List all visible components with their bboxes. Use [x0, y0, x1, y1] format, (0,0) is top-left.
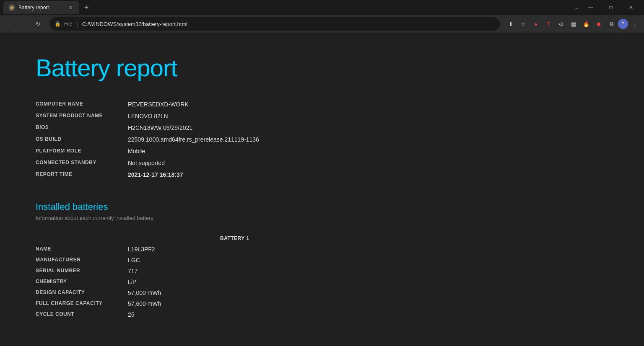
- battery-table-empty-header: [36, 233, 128, 244]
- address-text: C:/WINDOWS/system32/battery-report.html: [82, 21, 495, 27]
- extension-icon-3[interactable]: ⊙: [555, 18, 567, 30]
- battery-info-row: CYCLE COUNT 25: [36, 309, 608, 320]
- battery-table: BATTERY 1 NAME L19L3PF2 MANUFACTURER LGC…: [36, 233, 608, 320]
- tab-title: Battery report: [18, 5, 64, 10]
- system-info-label: REPORT TIME: [36, 169, 128, 181]
- tab-favicon: ⚡: [8, 4, 15, 11]
- page-content: Battery report COMPUTER NAME REVERSEDXD-…: [0, 33, 644, 346]
- address-security-icon: 🔒: [55, 21, 61, 27]
- battery-row-label: NAME: [36, 244, 128, 255]
- installed-batteries-section: Installed batteries Information about ea…: [36, 201, 608, 320]
- battery-info-row: FULL CHARGE CAPACITY 57,600 mWh: [36, 298, 608, 309]
- battery-info-row: MANUFACTURER LGC: [36, 255, 608, 266]
- system-info-value: Mobile: [128, 145, 608, 157]
- tab-strip: ⚡ Battery report ✕ +: [3, 1, 572, 14]
- system-info-value: LENOVO 82LN: [128, 110, 608, 122]
- battery-row-value: 717: [128, 266, 608, 276]
- battery-info-row: NAME L19L3PF2: [36, 244, 608, 255]
- system-info-value: REVERSEDXD-WORK: [128, 98, 608, 110]
- system-info-row: SYSTEM PRODUCT NAME LENOVO 82LN: [36, 110, 608, 122]
- browser-tab[interactable]: ⚡ Battery report ✕: [3, 1, 79, 14]
- menu-icon[interactable]: ⋮: [629, 18, 641, 30]
- extension-icon-2[interactable]: T: [543, 18, 554, 30]
- system-info-label: CONNECTED STANDBY: [36, 157, 128, 169]
- profile-avatar[interactable]: P: [618, 19, 628, 29]
- system-info-row: OS BUILD 22509.1000.amd64fre.rs_prerelea…: [36, 134, 608, 145]
- toolbar: ← → ↻ 🔒 File | C:/WINDOWS/system32/batte…: [0, 15, 644, 33]
- battery-row-label: SERIAL NUMBER: [36, 266, 128, 276]
- system-info-value: 22509.1000.amd64fre.rs_prerelease.211119…: [128, 134, 608, 145]
- battery-row-value: 25: [128, 309, 608, 320]
- browser-chrome: ⚡ Battery report ✕ + ⌄ — □ ✕ ← → ↻ 🔒 Fil…: [0, 0, 644, 33]
- system-info-label: COMPUTER NAME: [36, 98, 128, 110]
- system-info-row: CONNECTED STANDBY Not supported: [36, 157, 608, 169]
- battery-row-value: LiP: [128, 276, 608, 287]
- system-info-label: PLATFORM ROLE: [36, 145, 128, 157]
- address-file-label: File: [64, 21, 72, 27]
- back-button[interactable]: ←: [3, 18, 16, 30]
- system-info-row: REPORT TIME 2021-12-17 16:18:37: [36, 169, 608, 181]
- extension-icon-4[interactable]: ▦: [568, 18, 579, 30]
- extensions-icon[interactable]: ⧉: [605, 18, 617, 30]
- minimize-button[interactable]: —: [581, 1, 600, 14]
- system-info-table: COMPUTER NAME REVERSEDXD-WORK SYSTEM PRO…: [36, 98, 608, 181]
- window-controls: — □ ✕: [581, 1, 641, 14]
- tab-close-button[interactable]: ✕: [67, 4, 74, 11]
- extension-icon-5[interactable]: 🔥: [580, 18, 592, 30]
- page-title: Battery report: [36, 54, 608, 82]
- forward-button[interactable]: →: [18, 18, 30, 30]
- toolbar-icons: ⬆ ☆ ● T ⊙ ▦ 🔥 ⏺ ⧉ P ⋮: [505, 18, 641, 30]
- tab-chevron[interactable]: ⌄: [572, 5, 581, 10]
- battery-row-value: 57,000 mWh: [128, 287, 608, 298]
- battery-column-header: BATTERY 1: [128, 233, 608, 244]
- battery-row-value: LGC: [128, 255, 608, 266]
- favorites-icon[interactable]: ☆: [517, 18, 529, 30]
- new-tab-button[interactable]: +: [80, 2, 92, 13]
- system-info-row: BIOS H2CN18WW 06/29/2021: [36, 122, 608, 134]
- maximize-button[interactable]: □: [601, 1, 621, 14]
- battery-info-row: CHEMISTRY LiP: [36, 276, 608, 287]
- system-info-value: 2021-12-17 16:18:37: [128, 169, 608, 181]
- system-info-label: OS BUILD: [36, 134, 128, 145]
- extension-icon-1[interactable]: ●: [530, 18, 542, 30]
- share-icon[interactable]: ⬆: [505, 18, 517, 30]
- section-subtitle: Information about each currently install…: [36, 215, 608, 221]
- battery-info-row: SERIAL NUMBER 717: [36, 266, 608, 276]
- extension-icon-6[interactable]: ⏺: [593, 18, 605, 30]
- system-info-row: PLATFORM ROLE Mobile: [36, 145, 608, 157]
- system-info-row: COMPUTER NAME REVERSEDXD-WORK: [36, 98, 608, 110]
- section-title: Installed batteries: [36, 201, 608, 212]
- system-info-value: Not supported: [128, 157, 608, 169]
- battery-row-label: CYCLE COUNT: [36, 309, 128, 320]
- system-info-value: H2CN18WW 06/29/2021: [128, 122, 608, 134]
- battery-row-label: FULL CHARGE CAPACITY: [36, 298, 128, 309]
- battery-row-value: 57,600 mWh: [128, 298, 608, 309]
- address-bar[interactable]: 🔒 File | C:/WINDOWS/system32/battery-rep…: [49, 17, 500, 31]
- close-button[interactable]: ✕: [621, 1, 641, 14]
- battery-row-label: MANUFACTURER: [36, 255, 128, 266]
- system-info-label: SYSTEM PRODUCT NAME: [36, 110, 128, 122]
- title-bar: ⚡ Battery report ✕ + ⌄ — □ ✕: [0, 0, 644, 15]
- refresh-button[interactable]: ↻: [32, 18, 44, 30]
- battery-row-label: DESIGN CAPACITY: [36, 287, 128, 298]
- system-info-label: BIOS: [36, 122, 128, 134]
- address-separator: |: [76, 21, 78, 27]
- battery-info-row: DESIGN CAPACITY 57,000 mWh: [36, 287, 608, 298]
- battery-row-value: L19L3PF2: [128, 244, 608, 255]
- battery-row-label: CHEMISTRY: [36, 276, 128, 287]
